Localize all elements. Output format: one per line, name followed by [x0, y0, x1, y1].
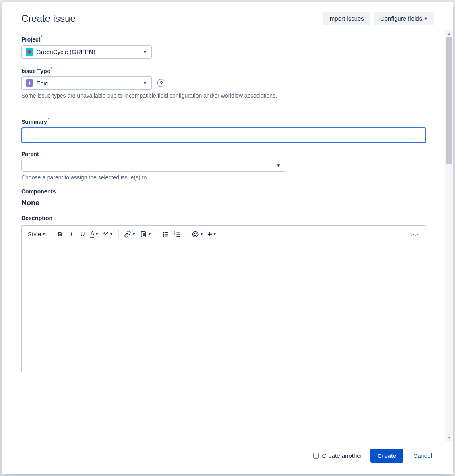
attachment-icon: [140, 231, 147, 238]
chevron-down-icon: ▼: [143, 80, 147, 86]
rte-textcolor-button[interactable]: A ▼: [88, 228, 101, 240]
scroll-up-icon[interactable]: ▲: [445, 30, 453, 37]
rte-insert-button[interactable]: +▼: [205, 228, 219, 240]
import-issues-button[interactable]: Import issues: [323, 12, 370, 25]
description-label: Description: [21, 215, 52, 221]
create-another-input[interactable]: [313, 453, 319, 459]
plus-icon: +: [207, 230, 212, 238]
help-icon[interactable]: ?: [157, 79, 165, 87]
rte-attachment-button[interactable]: ▼: [138, 228, 153, 240]
bold-icon: B: [58, 231, 62, 237]
issue-type-label: Issue Type*: [21, 66, 52, 74]
parent-field: Parent ▼ Choose a parent to assign the s…: [21, 150, 426, 181]
scrollbar[interactable]: ▲ ▼: [445, 30, 453, 441]
separator: [157, 229, 157, 239]
italic-icon: I: [70, 230, 72, 238]
rte-toolbar: Style▼ B I U A ▼ aA▼: [22, 226, 426, 243]
modal-title: Create issue: [21, 13, 318, 24]
scroll-down-icon[interactable]: ▼: [445, 434, 453, 441]
summary-input[interactable]: [21, 127, 426, 143]
chevron-down-icon: ▼: [424, 16, 428, 21]
chevron-down-icon: ▼: [200, 232, 203, 236]
description-field: Description Style▼ B I U A ▼: [21, 214, 426, 372]
chevron-down-icon: ▼: [213, 232, 217, 236]
modal-header: Create issue Import issues Configure fie…: [2, 2, 453, 30]
epic-icon: [26, 79, 33, 87]
rte-emoji-button[interactable]: ▼: [190, 228, 205, 240]
emoji-icon: [192, 231, 199, 238]
svg-point-2: [163, 233, 164, 235]
modal-footer: Create another Create Cancel: [2, 441, 453, 474]
chevron-down-icon: ▼: [42, 232, 46, 236]
svg-point-1: [163, 232, 164, 233]
scroll-thumb[interactable]: [446, 37, 452, 164]
svg-point-13: [192, 231, 198, 237]
svg-text:3: 3: [174, 235, 176, 237]
summary-label: Summary*: [21, 117, 49, 125]
svg-point-15: [196, 233, 197, 234]
rte-clearformat-button[interactable]: aA▼: [101, 228, 115, 240]
create-another-checkbox[interactable]: Create another: [313, 452, 362, 459]
separator: [118, 229, 119, 239]
number-list-icon: 123: [174, 231, 181, 238]
clear-format-icon: aA: [103, 231, 109, 237]
project-select-value: GreenCycle (GREEN): [36, 48, 139, 55]
configure-fields-button[interactable]: Configure fields ▼: [374, 12, 434, 25]
issue-type-hint: Some issue types are unavailable due to …: [21, 92, 426, 99]
required-marker: *: [41, 35, 43, 40]
issue-type-select-value: Epic: [36, 80, 139, 87]
project-field: Project* ✱ GreenCycle (GREEN) ▼: [21, 35, 426, 59]
svg-rect-12: [177, 236, 180, 237]
rte-bulletlist-button[interactable]: [160, 228, 172, 240]
components-label: Components: [21, 188, 56, 195]
components-field: Components None: [21, 188, 426, 207]
required-marker: *: [50, 66, 52, 72]
svg-point-14: [194, 233, 195, 234]
rte-style-button[interactable]: Style▼: [26, 228, 48, 240]
chevron-down-icon: ▼: [276, 163, 281, 168]
link-icon: [124, 231, 131, 238]
rte-italic-button[interactable]: I: [66, 228, 77, 240]
text-color-icon: A: [90, 230, 94, 238]
description-textarea[interactable]: [22, 243, 426, 372]
issue-type-select[interactable]: Epic ▼: [21, 76, 152, 90]
divider: [21, 107, 426, 107]
chevron-down-icon: ▼: [110, 232, 113, 236]
issue-type-field: Issue Type* Epic ▼ ? Some issue types ar…: [21, 66, 426, 99]
svg-rect-11: [177, 234, 180, 235]
svg-point-3: [163, 235, 164, 237]
rte-underline-button[interactable]: U: [77, 228, 88, 240]
required-marker: *: [48, 117, 50, 123]
bullet-list-icon: [162, 231, 170, 238]
svg-rect-10: [177, 232, 180, 233]
rte-link-button[interactable]: ▼: [122, 228, 138, 240]
parent-hint: Choose a parent to assign the selected i…: [21, 174, 426, 181]
parent-label: Parent: [21, 151, 39, 157]
modal-body: Project* ✱ GreenCycle (GREEN) ▼ Issue Ty…: [2, 30, 445, 441]
create-button[interactable]: Create: [370, 449, 404, 463]
parent-select[interactable]: ▼: [21, 160, 285, 172]
project-select[interactable]: ✱ GreenCycle (GREEN) ▼: [21, 45, 152, 59]
rte-collapse-button[interactable]: ︿︿: [409, 228, 422, 240]
chevron-down-icon: ▼: [148, 232, 151, 236]
chevron-down-icon: ▼: [132, 232, 136, 236]
rte-numberlist-button[interactable]: 123: [172, 228, 183, 240]
separator: [186, 229, 186, 239]
cancel-button[interactable]: Cancel: [412, 449, 434, 462]
summary-field: Summary*: [21, 117, 426, 143]
create-issue-modal: Create issue Import issues Configure fie…: [2, 2, 453, 474]
project-avatar-icon: ✱: [26, 48, 33, 56]
create-another-label: Create another: [322, 452, 362, 459]
configure-fields-label: Configure fields: [380, 15, 422, 22]
scroll-track[interactable]: [445, 37, 453, 434]
components-value: None: [21, 199, 426, 207]
chevron-down-icon: ▼: [143, 49, 147, 55]
separator: [51, 229, 51, 239]
collapse-icon: ︿︿: [411, 231, 420, 238]
import-issues-label: Import issues: [328, 15, 364, 22]
underline-icon: U: [81, 231, 85, 237]
svg-rect-6: [165, 236, 169, 237]
description-editor: Style▼ B I U A ▼ aA▼: [21, 225, 426, 372]
svg-rect-5: [165, 234, 169, 235]
rte-bold-button[interactable]: B: [54, 228, 66, 240]
